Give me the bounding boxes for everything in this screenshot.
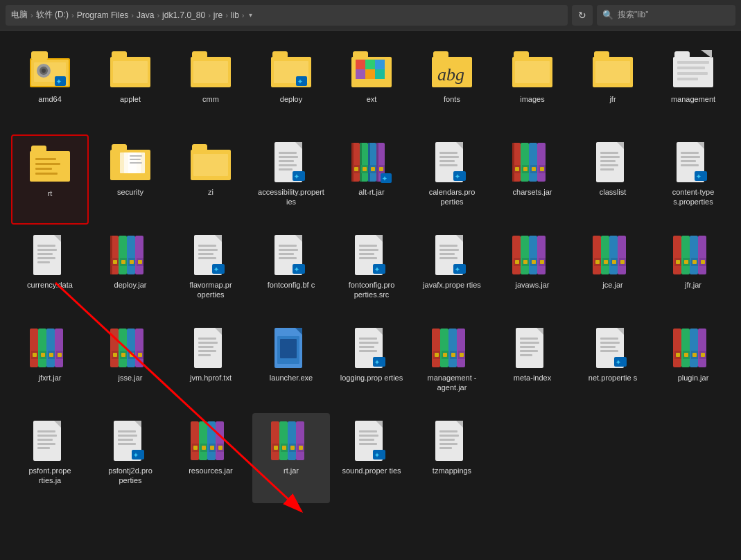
file-item-cmm[interactable]: cmm bbox=[172, 42, 250, 132]
file-item-images[interactable]: images bbox=[494, 42, 571, 132]
svg-rect-332 bbox=[290, 446, 295, 450]
file-item-flavormap[interactable]: ✦ flavormap.pr operties bbox=[172, 227, 250, 317]
file-item-jsse[interactable]: jsse.jar bbox=[91, 320, 169, 410]
file-item-deploy[interactable]: ✦ deploy bbox=[252, 42, 330, 132]
svg-rect-235 bbox=[130, 353, 134, 357]
address-bar: 电脑 › 软件 (D:) › Program Files › Java › jd… bbox=[0, 0, 741, 30]
refresh-button[interactable]: ↻ bbox=[572, 5, 593, 26]
svg-rect-279 bbox=[600, 338, 618, 340]
breadcrumb-item-java[interactable]: Java bbox=[137, 10, 154, 20]
svg-rect-288 bbox=[681, 329, 690, 367]
svg-rect-245 bbox=[198, 354, 211, 356]
file-item-alt-rt[interactable]: ✦ alt-rt.jar bbox=[333, 134, 410, 225]
file-item-fontconfig-src[interactable]: ✦ fontconfig.pro perties.src bbox=[333, 227, 410, 317]
svg-rect-238 bbox=[138, 353, 142, 357]
svg-rect-151 bbox=[198, 253, 213, 255]
svg-rect-116 bbox=[600, 160, 616, 162]
svg-rect-226 bbox=[58, 353, 62, 357]
file-item-tzmappings[interactable]: tzmappings bbox=[413, 413, 491, 503]
svg-rect-17 bbox=[193, 61, 228, 83]
file-item-javafx[interactable]: ✦ javafx.prope rties bbox=[413, 227, 491, 317]
breadcrumb-item-pc[interactable]: 电脑 bbox=[11, 9, 28, 21]
file-item-resources[interactable]: resources.jar bbox=[172, 413, 250, 503]
file-item-launcher[interactable]: launcher.exe bbox=[252, 320, 330, 410]
file-item-jfr-jar[interactable]: jfr.jar bbox=[654, 227, 732, 317]
file-item-jfxrt[interactable]: jfxrt.jar bbox=[11, 320, 89, 410]
search-box[interactable]: 🔍 搜索"lib" bbox=[597, 5, 735, 26]
svg-rect-273 bbox=[520, 342, 539, 344]
file-label-jsse: jsse.jar bbox=[119, 373, 143, 383]
svg-rect-326 bbox=[274, 446, 278, 450]
svg-rect-196 bbox=[604, 260, 608, 264]
file-item-ext[interactable]: ext bbox=[333, 42, 410, 132]
svg-rect-49 bbox=[35, 158, 56, 160]
breadcrumb-item-pf[interactable]: Program Files bbox=[77, 10, 129, 20]
svg-rect-25 bbox=[356, 60, 365, 69]
file-item-fonts[interactable]: abg fonts bbox=[413, 42, 491, 132]
svg-text:✦: ✦ bbox=[213, 266, 219, 273]
file-item-plugin[interactable]: plugin.jar bbox=[654, 320, 732, 410]
file-item-security[interactable]: security bbox=[91, 134, 169, 225]
file-item-jce[interactable]: jce.jar bbox=[574, 227, 652, 317]
file-item-deploy-jar[interactable]: deploy.jar bbox=[91, 227, 169, 317]
svg-rect-281 bbox=[600, 346, 616, 348]
file-item-accessibility[interactable]: ✦ accessibility.properties bbox=[252, 134, 330, 225]
file-item-calendars[interactable]: ✦ calendars.pro perties bbox=[413, 134, 491, 225]
file-item-psfontj2d[interactable]: ✦ psfontj2d.pro perties bbox=[91, 413, 169, 503]
file-item-rt[interactable]: rt bbox=[11, 134, 89, 225]
svg-rect-39 bbox=[595, 61, 630, 83]
svg-rect-190 bbox=[540, 260, 544, 264]
svg-text:✦: ✦ bbox=[455, 173, 460, 180]
file-item-psfont[interactable]: psfont.prope rties.ja bbox=[11, 413, 89, 503]
file-item-javaws[interactable]: javaws.jar bbox=[494, 227, 571, 317]
file-item-classlist[interactable]: classlist bbox=[574, 134, 652, 225]
svg-rect-340 bbox=[359, 439, 374, 441]
svg-rect-146 bbox=[138, 260, 142, 264]
file-item-management[interactable]: management bbox=[654, 42, 732, 132]
file-label-fontconfig-bfc: fontconfig.bf c bbox=[268, 280, 315, 290]
svg-rect-102 bbox=[515, 167, 519, 171]
file-item-jfr[interactable]: jfr bbox=[574, 42, 652, 132]
file-label-fontconfig-src: fontconfig.pro perties.src bbox=[338, 280, 405, 300]
svg-rect-202 bbox=[620, 260, 625, 264]
file-item-charsets[interactable]: charsets.jar bbox=[494, 134, 571, 225]
breadcrumb-item-d[interactable]: 软件 (D:) bbox=[36, 9, 69, 21]
svg-rect-301 bbox=[37, 439, 53, 441]
file-label-resources: resources.jar bbox=[189, 466, 233, 475]
file-item-currency[interactable]: currency.data bbox=[11, 227, 89, 317]
file-item-rt-jar[interactable]: rt.jar bbox=[252, 413, 330, 503]
svg-rect-260 bbox=[435, 353, 439, 357]
svg-rect-88 bbox=[379, 167, 383, 171]
file-item-net-properties[interactable]: ✦ net.propertie s bbox=[574, 320, 652, 410]
svg-rect-274 bbox=[520, 346, 535, 348]
breadcrumb-item-jdk[interactable]: jdk1.7.0_80 bbox=[162, 10, 205, 20]
file-item-sound[interactable]: ✦ sound.proper ties bbox=[333, 413, 410, 503]
file-item-zi[interactable]: zi bbox=[172, 134, 250, 225]
svg-rect-187 bbox=[532, 260, 536, 264]
file-item-fontconfig-bfc[interactable]: ✦ fontconfig.bf c bbox=[252, 227, 330, 317]
svg-rect-26 bbox=[365, 60, 375, 69]
file-item-logging[interactable]: ✦ logging.prop erties bbox=[333, 320, 410, 410]
svg-rect-261 bbox=[440, 329, 448, 367]
file-item-meta-index[interactable]: meta-index bbox=[494, 320, 571, 410]
svg-rect-350 bbox=[439, 447, 452, 449]
file-item-applet[interactable]: applet bbox=[91, 42, 169, 132]
breadcrumb-item-lib[interactable]: lib bbox=[231, 10, 239, 20]
file-label-meta-index: meta-index bbox=[514, 373, 551, 383]
svg-rect-111 bbox=[540, 167, 544, 171]
svg-rect-36 bbox=[515, 61, 550, 83]
file-item-jvm-hprof[interactable]: jvm.hprof.txt bbox=[172, 320, 250, 410]
svg-rect-27 bbox=[375, 60, 385, 69]
file-item-amd64[interactable]: ✦ amd64 bbox=[11, 42, 89, 132]
svg-rect-179 bbox=[512, 236, 521, 274]
breadcrumb-item-jre[interactable]: jre bbox=[213, 10, 223, 20]
svg-rect-327 bbox=[279, 421, 288, 460]
svg-rect-197 bbox=[609, 236, 618, 274]
svg-rect-338 bbox=[359, 430, 377, 432]
file-label-content-types: content-type s.properties bbox=[660, 187, 726, 207]
svg-rect-194 bbox=[601, 236, 609, 274]
breadcrumb[interactable]: 电脑 › 软件 (D:) › Program Files › Java › jd… bbox=[6, 5, 568, 26]
svg-text:✦: ✦ bbox=[374, 452, 380, 459]
file-item-content-types[interactable]: ✦ content-type s.properties bbox=[654, 134, 732, 225]
file-item-management-agent[interactable]: management -agent.jar bbox=[413, 320, 491, 410]
